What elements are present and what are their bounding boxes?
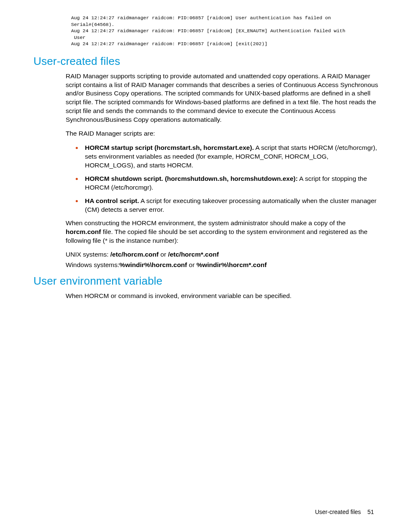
paragraph: RAID Manager supports scripting to provi… xyxy=(66,72,378,125)
path: %windir%\horcm*.conf xyxy=(197,261,267,268)
code-block: Aug 24 12:24:27 raidmanager raidcom: PID… xyxy=(71,15,378,47)
text: or xyxy=(187,261,196,268)
paragraph-unix: UNIX systems: /etc/horcm.conf or /etc/ho… xyxy=(66,250,378,259)
paragraph: When constructing the HORCM environment,… xyxy=(66,219,378,245)
text: When constructing the HORCM environment,… xyxy=(66,219,345,226)
section-heading-user-environment-variable: User environment variable xyxy=(33,275,378,288)
label: Windows systems: xyxy=(66,261,119,268)
list-item: HA control script. A script for executin… xyxy=(82,196,378,214)
page-footer: User-created files 51 xyxy=(315,509,374,515)
code-line: Serial#(64568). xyxy=(71,22,115,27)
text: or xyxy=(159,251,168,258)
path: /etc/horcm.conf xyxy=(110,251,159,258)
paragraph: When HORCM or command is invoked, enviro… xyxy=(66,292,378,301)
code-line: Aug 24 12:24:27 raidmanager raidcom: PID… xyxy=(71,41,267,46)
path: %windir%\horcm.conf xyxy=(119,261,187,268)
text: file. The copied file should be set acco… xyxy=(66,228,368,244)
paragraph-windows: Windows systems:%windir%\horcm.conf or %… xyxy=(66,261,378,270)
paragraph: The RAID Manager scripts are: xyxy=(66,129,378,138)
bullet-bold: HORCM shutdown script. (horcmshutdown.sh… xyxy=(85,175,298,182)
list-item: HORCM startup script (horcmstart.sh, hor… xyxy=(82,143,378,170)
bullet-bold: HA control script. xyxy=(85,197,139,204)
code-line: Aug 24 12:24:27 raidmanager raidcom: PID… xyxy=(71,15,331,21)
bullet-bold: HORCM startup script (horcmstart.sh, hor… xyxy=(85,144,254,151)
page-number: 51 xyxy=(367,509,374,515)
page-content: Aug 24 12:24:27 raidmanager raidcom: PID… xyxy=(0,0,399,301)
label: UNIX systems: xyxy=(66,251,110,258)
list-item: HORCM shutdown script. (horcmshutdown.sh… xyxy=(82,174,378,192)
code-line: User xyxy=(71,35,86,40)
footer-label: User-created files xyxy=(315,509,361,515)
section-heading-user-created-files: User-created files xyxy=(33,55,378,68)
path: /etc/horcm*.conf xyxy=(168,251,219,258)
code-line: Aug 24 12:24:27 raidmanager raidcom: PID… xyxy=(71,28,345,33)
bullet-list: HORCM startup script (horcmstart.sh, hor… xyxy=(66,143,378,214)
bold-text: horcm.conf xyxy=(66,228,101,235)
